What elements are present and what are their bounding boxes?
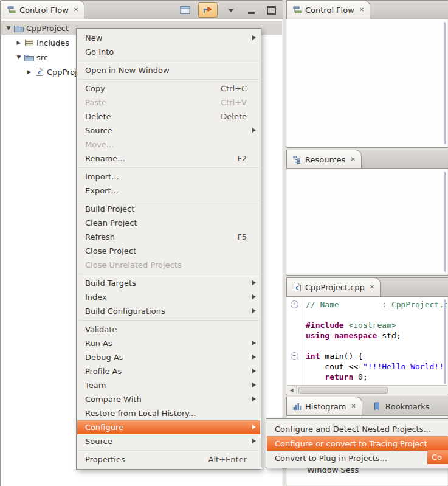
menu-item-copy[interactable]: CopyCtrl+C [77,82,260,95]
menu-item-delete[interactable]: DeleteDelete [77,109,260,123]
code-token [329,331,334,340]
tree-item-label: CppProject [24,24,69,33]
menu-item-import[interactable]: Import... [77,170,260,184]
menu-item-configure-and-detect-nested-projects[interactable]: Configure and Detect Nested Projects... [267,422,448,436]
close-icon[interactable] [359,7,364,13]
close-icon[interactable] [370,284,374,290]
editor-panel: c CppProject.cpp +− // Name : CppProject… [286,277,448,395]
code-token: 0; [353,372,367,381]
tab-control-flow-right[interactable]: Control Flow [286,0,370,19]
vertical-scrollbar[interactable] [444,299,446,384]
scrollbar-thumb[interactable] [298,387,388,394]
menu-item-label: Close Unrelated Projects [85,260,182,269]
menu-item-new[interactable]: New [77,31,260,45]
overflow-menu-fragment[interactable]: Co [427,450,448,464]
menu-item-accelerator: F2 [220,154,247,163]
close-icon[interactable] [350,156,355,162]
tab-histogram[interactable]: Histogram [286,397,362,415]
menu-item-export[interactable]: Export... [77,184,260,198]
fold-collapsed-icon[interactable]: + [291,300,298,308]
fold-gutter-cell [287,361,302,372]
menu-item-go-into[interactable]: Go Into [77,45,260,59]
menu-item-build-targets[interactable]: Build Targets [77,276,260,290]
menu-item-label: Paste [85,98,106,107]
minimize-icon[interactable] [244,3,258,17]
maximize-icon[interactable] [264,3,278,17]
menu-item-build-project[interactable]: Build Project [77,202,260,216]
fold-gutter-cell [287,320,302,330]
link-toggle-icon[interactable] [198,2,218,18]
menu-item-label: Debug As [85,353,123,362]
menu-item-close-project[interactable]: Close Project [77,244,260,258]
control-flow-graph-content [287,19,447,147]
close-icon[interactable] [74,7,78,13]
tab-control-flow-left[interactable]: Control Flow [1,0,84,19]
menu-item-compare-with[interactable]: Compare With [77,392,260,406]
menu-item-validate[interactable]: Validate [77,322,260,336]
close-icon[interactable] [351,403,356,409]
submenu-arrow-icon [252,397,256,401]
vertical-scrollbar[interactable] [444,172,446,272]
fold-gutter: +− [287,297,302,386]
fold-gutter-cell [287,330,302,341]
menu-item-label: Index [85,293,107,302]
menu-item-rename[interactable]: Rename...F2 [77,151,260,165]
menu-item-team[interactable]: Team [77,378,260,392]
menu-item-debug-as[interactable]: Debug As [77,350,260,364]
svg-text:c: c [38,69,41,75]
menu-item-label: Refresh [85,232,115,241]
menu-item-properties[interactable]: PropertiesAlt+Enter [77,453,260,467]
tab-cppproject-cpp-label: CppProject.cpp [305,283,365,292]
menu-item-clean-project[interactable]: Clean Project [77,216,260,230]
menu-separator [77,318,260,322]
submenu-arrow-icon [252,280,256,285]
collapse-arrow-icon[interactable] [14,54,24,60]
menu-item-label: Move... [85,140,114,149]
vertical-scrollbar[interactable] [444,22,446,144]
menu-item-profile-as[interactable]: Profile As [77,364,260,378]
menu-item-source[interactable]: Source [77,123,260,137]
fold-gutter-cell [287,310,302,320]
tab-bookmarks-label: Bookmarks [385,402,430,411]
menu-item-restore-from-local-history[interactable]: Restore from Local History... [77,406,260,420]
menu-item-index[interactable]: Index [77,290,260,304]
tab-cppproject-cpp[interactable]: c CppProject.cpp [286,277,381,296]
expand-arrow-icon[interactable] [24,69,34,75]
horizontal-scrollbar[interactable] [287,385,447,394]
menu-item-source[interactable]: Source [77,434,260,448]
code-token: return [325,372,353,381]
menu-item-refresh[interactable]: RefreshF5 [77,230,260,244]
tab-bookmarks[interactable]: Bookmarks [367,397,435,415]
code-token: // Name : CppProject.c [306,300,447,309]
folder-icon [24,52,34,62]
menu-item-build-configurations[interactable]: Build Configurations [77,304,260,318]
code-token: using [306,331,329,340]
collapse-arrow-icon[interactable] [4,25,13,31]
menu-item-label: Convert to Plug-in Projects... [275,454,387,463]
menu-item-run-as[interactable]: Run As [77,336,260,350]
menu-item-label: Validate [85,325,117,334]
expand-arrow-icon[interactable] [14,40,24,46]
focus-view-icon[interactable] [178,3,191,17]
menu-item-configure[interactable]: Configure [77,420,260,434]
menu-item-open-in-new-window[interactable]: Open in New Window [77,63,260,77]
resources-content [287,169,447,274]
code-area[interactable]: // Name : CppProject.c#include <iostream… [302,297,447,386]
cfile-icon: c [34,67,44,77]
menu-item-accelerator: Alt+Enter [191,455,247,464]
code-editor[interactable]: +− // Name : CppProject.c#include <iostr… [287,297,447,386]
menu-item-convert-to-plug-in-projects[interactable]: Convert to Plug-in Projects... [267,451,448,465]
fold-expanded-icon[interactable]: − [291,352,298,360]
menu-item-configure-or-convert-to-tracing-project[interactable]: Configure or convert to Tracing Project [267,436,448,451]
view-menu-icon[interactable] [224,3,238,17]
tab-resources[interactable]: Resources [286,150,362,168]
control-flow-graph-panel: Control Flow [286,0,448,148]
scroll-left-arrow-icon[interactable] [287,386,297,394]
tab-control-flow-left-label: Control Flow [19,5,69,15]
window-icon [180,5,190,15]
bookmarks-icon [372,401,382,411]
menu-item-label: Source [85,126,112,135]
menu-item-label: Rename... [85,154,125,163]
menu-item-label: Team [85,381,106,390]
code-token: "!!!Hello World!! [363,362,444,371]
